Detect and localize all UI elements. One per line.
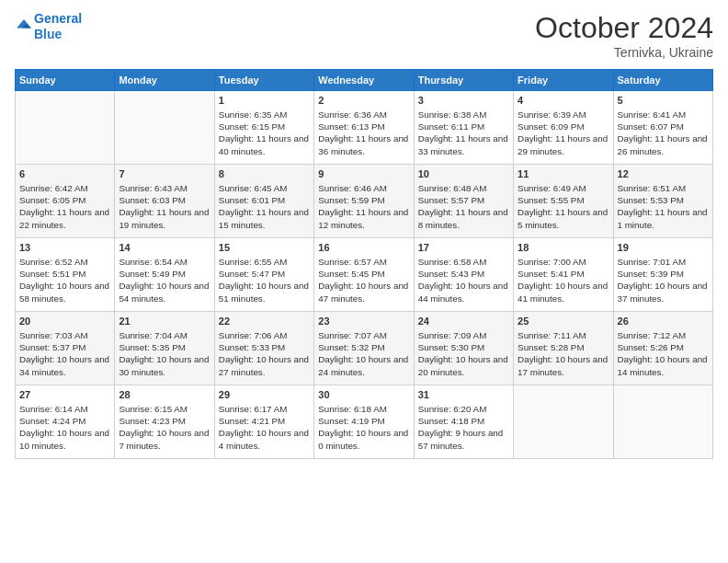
location-subtitle: Ternivka, Ukraine: [535, 45, 713, 60]
day-number: 16: [318, 241, 409, 255]
calendar-header: SundayMondayTuesdayWednesdayThursdayFrid…: [16, 70, 713, 91]
day-data: Sunrise: 6:15 AMSunset: 4:23 PMDaylight:…: [119, 403, 210, 452]
calendar-table: SundayMondayTuesdayWednesdayThursdayFrid…: [15, 69, 713, 459]
calendar-week-1: 1Sunrise: 6:35 AMSunset: 6:15 PMDaylight…: [16, 91, 713, 165]
day-data: Sunrise: 6:57 AMSunset: 5:45 PMDaylight:…: [318, 256, 409, 304]
weekday-header-row: SundayMondayTuesdayWednesdayThursdayFrid…: [16, 70, 713, 91]
calendar-cell: 25Sunrise: 7:11 AMSunset: 5:28 PMDayligh…: [514, 312, 613, 385]
calendar-week-3: 13Sunrise: 6:52 AMSunset: 5:51 PMDayligh…: [16, 238, 713, 312]
day-number: 24: [418, 315, 509, 328]
logo-text: General Blue: [34, 11, 82, 42]
day-data: Sunrise: 6:45 AMSunset: 6:01 PMDaylight:…: [219, 182, 310, 231]
calendar-cell: 26Sunrise: 7:12 AMSunset: 5:26 PMDayligh…: [613, 312, 712, 385]
day-data: Sunrise: 6:55 AMSunset: 5:47 PMDaylight:…: [219, 256, 310, 304]
calendar-cell: [613, 385, 712, 459]
calendar-cell: 10Sunrise: 6:48 AMSunset: 5:57 PMDayligh…: [414, 165, 513, 238]
day-data: Sunrise: 6:43 AMSunset: 6:03 PMDaylight:…: [119, 182, 210, 231]
calendar-cell: [514, 385, 613, 459]
weekday-header-tuesday: Tuesday: [214, 70, 313, 91]
calendar-cell: 9Sunrise: 6:46 AMSunset: 5:59 PMDaylight…: [314, 165, 414, 238]
calendar-cell: 3Sunrise: 6:38 AMSunset: 6:11 PMDaylight…: [414, 91, 513, 165]
day-number: 15: [219, 241, 310, 255]
logo-icon: [16, 17, 32, 33]
day-data: Sunrise: 6:14 AMSunset: 4:24 PMDaylight:…: [19, 403, 110, 452]
calendar-cell: 12Sunrise: 6:51 AMSunset: 5:53 PMDayligh…: [613, 165, 712, 238]
day-data: Sunrise: 6:39 AMSunset: 6:09 PMDaylight:…: [518, 109, 609, 157]
calendar-cell: 23Sunrise: 7:07 AMSunset: 5:32 PMDayligh…: [314, 312, 414, 385]
day-data: Sunrise: 6:35 AMSunset: 6:15 PMDaylight:…: [219, 109, 310, 157]
day-data: Sunrise: 6:41 AMSunset: 6:07 PMDaylight:…: [618, 109, 709, 157]
day-data: Sunrise: 7:03 AMSunset: 5:37 PMDaylight:…: [19, 329, 110, 378]
calendar-cell: 6Sunrise: 6:42 AMSunset: 6:05 PMDaylight…: [16, 165, 115, 238]
day-number: 2: [318, 94, 409, 108]
logo-line2: Blue: [34, 27, 62, 41]
day-number: 25: [518, 315, 609, 328]
day-data: Sunrise: 6:42 AMSunset: 6:05 PMDaylight:…: [19, 182, 110, 231]
day-data: Sunrise: 7:01 AMSunset: 5:39 PMDaylight:…: [618, 256, 709, 304]
calendar-cell: 31Sunrise: 6:20 AMSunset: 4:18 PMDayligh…: [414, 385, 513, 459]
day-number: 6: [19, 167, 110, 181]
calendar-cell: 18Sunrise: 7:00 AMSunset: 5:41 PMDayligh…: [514, 238, 613, 312]
day-number: 26: [618, 315, 709, 328]
day-number: 3: [418, 94, 509, 108]
day-number: 23: [318, 315, 409, 328]
calendar-cell: 5Sunrise: 6:41 AMSunset: 6:07 PMDaylight…: [613, 91, 712, 165]
day-data: Sunrise: 6:20 AMSunset: 4:18 PMDaylight:…: [418, 403, 509, 452]
weekday-header-sunday: Sunday: [16, 70, 115, 91]
calendar-cell: [115, 91, 214, 165]
day-data: Sunrise: 6:36 AMSunset: 6:13 PMDaylight:…: [318, 109, 409, 157]
calendar-cell: 22Sunrise: 7:06 AMSunset: 5:33 PMDayligh…: [214, 312, 313, 385]
day-data: Sunrise: 6:48 AMSunset: 5:57 PMDaylight:…: [418, 182, 509, 231]
month-title: October 2024: [535, 11, 713, 45]
calendar-cell: 30Sunrise: 6:18 AMSunset: 4:19 PMDayligh…: [314, 385, 414, 459]
day-number: 1: [219, 94, 310, 108]
weekday-header-thursday: Thursday: [414, 70, 513, 91]
calendar-week-2: 6Sunrise: 6:42 AMSunset: 6:05 PMDaylight…: [16, 165, 713, 238]
day-number: 20: [19, 315, 110, 328]
calendar-body: 1Sunrise: 6:35 AMSunset: 6:15 PMDaylight…: [16, 91, 713, 459]
day-data: Sunrise: 6:46 AMSunset: 5:59 PMDaylight:…: [318, 182, 409, 231]
calendar-cell: 27Sunrise: 6:14 AMSunset: 4:24 PMDayligh…: [16, 385, 115, 459]
day-number: 13: [19, 241, 110, 255]
calendar-cell: 19Sunrise: 7:01 AMSunset: 5:39 PMDayligh…: [613, 238, 712, 312]
day-number: 5: [618, 94, 709, 108]
day-data: Sunrise: 7:00 AMSunset: 5:41 PMDaylight:…: [518, 256, 609, 304]
day-data: Sunrise: 6:58 AMSunset: 5:43 PMDaylight:…: [418, 256, 509, 304]
weekday-header-monday: Monday: [115, 70, 214, 91]
calendar-cell: 8Sunrise: 6:45 AMSunset: 6:01 PMDaylight…: [214, 165, 313, 238]
day-number: 4: [518, 94, 609, 108]
calendar-week-5: 27Sunrise: 6:14 AMSunset: 4:24 PMDayligh…: [16, 385, 713, 459]
day-number: 14: [119, 241, 210, 255]
calendar-cell: 24Sunrise: 7:09 AMSunset: 5:30 PMDayligh…: [414, 312, 513, 385]
day-number: 7: [119, 167, 210, 181]
calendar-cell: 28Sunrise: 6:15 AMSunset: 4:23 PMDayligh…: [115, 385, 214, 459]
header: General Blue October 2024 Ternivka, Ukra…: [15, 11, 713, 60]
calendar-cell: 2Sunrise: 6:36 AMSunset: 6:13 PMDaylight…: [314, 91, 414, 165]
day-number: 8: [219, 167, 310, 181]
calendar-cell: 29Sunrise: 6:17 AMSunset: 4:21 PMDayligh…: [214, 385, 313, 459]
logo-line1: General: [34, 11, 82, 26]
weekday-header-friday: Friday: [514, 70, 613, 91]
day-data: Sunrise: 6:52 AMSunset: 5:51 PMDaylight:…: [19, 256, 110, 304]
day-data: Sunrise: 7:07 AMSunset: 5:32 PMDaylight:…: [318, 329, 409, 378]
calendar-cell: 17Sunrise: 6:58 AMSunset: 5:43 PMDayligh…: [414, 238, 513, 312]
day-data: Sunrise: 7:12 AMSunset: 5:26 PMDaylight:…: [618, 329, 709, 378]
day-number: 10: [418, 167, 509, 181]
day-data: Sunrise: 6:18 AMSunset: 4:19 PMDaylight:…: [318, 403, 409, 452]
day-number: 21: [119, 315, 210, 328]
calendar-cell: [16, 91, 115, 165]
day-data: Sunrise: 6:54 AMSunset: 5:49 PMDaylight:…: [119, 256, 210, 304]
calendar-cell: 1Sunrise: 6:35 AMSunset: 6:15 PMDaylight…: [214, 91, 313, 165]
calendar-cell: 21Sunrise: 7:04 AMSunset: 5:35 PMDayligh…: [115, 312, 214, 385]
day-data: Sunrise: 7:04 AMSunset: 5:35 PMDaylight:…: [119, 329, 210, 378]
day-number: 18: [518, 241, 609, 255]
day-number: 22: [219, 315, 310, 328]
logo: General Blue: [15, 11, 82, 42]
day-number: 17: [418, 241, 509, 255]
day-data: Sunrise: 7:06 AMSunset: 5:33 PMDaylight:…: [219, 329, 310, 378]
calendar-cell: 7Sunrise: 6:43 AMSunset: 6:03 PMDaylight…: [115, 165, 214, 238]
day-number: 27: [19, 388, 110, 402]
day-data: Sunrise: 7:09 AMSunset: 5:30 PMDaylight:…: [418, 329, 509, 378]
calendar-cell: 14Sunrise: 6:54 AMSunset: 5:49 PMDayligh…: [115, 238, 214, 312]
day-number: 30: [318, 388, 409, 402]
